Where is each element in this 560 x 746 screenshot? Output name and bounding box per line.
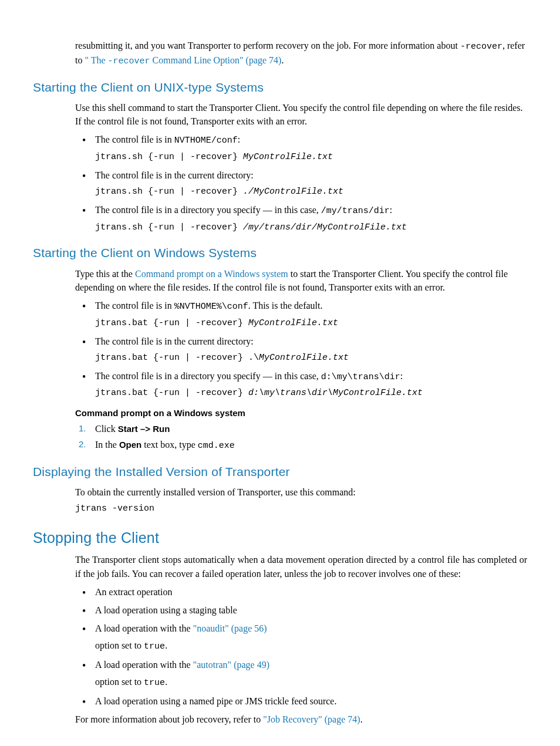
unix-block: Use this shell command to start the Tran… [75, 101, 527, 234]
intro-text-end: . [281, 55, 284, 65]
list-item: The control file is in %NVTHOME%\conf. T… [75, 299, 527, 330]
list-item: The control file is in a directory you s… [75, 369, 527, 400]
cmd-prompt-heading: Command prompt on a Windows system [75, 407, 527, 420]
unix-p1: Use this shell command to start the Tran… [75, 101, 527, 128]
list-item: The control file is in NVTHOME/conf: jtr… [75, 133, 527, 164]
intro-link[interactable]: " The -recover Command Line Option" (pag… [85, 55, 281, 65]
code-block: jtrans.sh {-run | -recover} ./MyControlF… [95, 185, 527, 198]
stop-p1: The Transporter client stops automatical… [75, 553, 527, 580]
win-p1: Type this at the Command prompt on a Win… [75, 267, 527, 294]
step-item: In the Open text box, type cmd.exe [75, 438, 527, 453]
code-block: jtrans.sh {-run | -recover} /my/trans/di… [95, 221, 527, 234]
list-item: The control file is in the current direc… [75, 335, 527, 364]
cmd-steps: Click Start –> Run In the Open text box,… [75, 422, 527, 453]
code-block: jtrans.bat {-run | -recover} .\MyControl… [95, 352, 527, 364]
stop-list: An extract operation A load operation us… [75, 585, 527, 708]
intro-code-recover: -recover [460, 42, 502, 52]
step-item: Click Start –> Run [75, 422, 527, 436]
version-p1: To obtain the currently installed versio… [75, 485, 527, 499]
list-item: The control file is in a directory you s… [75, 203, 527, 234]
win-list: The control file is in %NVTHOME%\conf. T… [75, 299, 527, 400]
windows-block: Type this at the Command prompt on a Win… [75, 267, 527, 453]
list-item: A load operation using a staging table [75, 603, 527, 617]
code-block: jtrans.bat {-run | -recover} d:\my\trans… [95, 387, 527, 400]
intro-paragraph: resubmitting it, and you want Transporte… [75, 39, 527, 68]
heading-stopping: Stopping the Client [33, 527, 527, 548]
version-cmd: jtrans -version [75, 502, 527, 515]
intro-text-a: resubmitting it, and you want Transporte… [75, 40, 460, 50]
heading-windows: Starting the Client on Windows Systems [33, 244, 527, 262]
version-block: To obtain the currently installed versio… [75, 485, 527, 515]
list-item: A load operation with the "noaudit" (pag… [75, 622, 527, 653]
list-item: The control file is in the current direc… [75, 168, 527, 198]
noaudit-link[interactable]: "noaudit" (page 56) [193, 623, 267, 633]
code-block: jtrans.sh {-run | -recover} MyControlFil… [95, 151, 527, 164]
stop-p2: For more information about job recovery,… [75, 713, 527, 726]
intro-block: resubmitting it, and you want Transporte… [75, 39, 527, 68]
job-recovery-link[interactable]: "Job Recovery" (page 74) [263, 714, 360, 724]
stopping-block: The Transporter client stops automatical… [75, 553, 527, 726]
list-item: A load operation with the "autotran" (pa… [75, 658, 527, 690]
cmd-prompt-link[interactable]: Command prompt on a Windows system [135, 269, 288, 279]
list-item: An extract operation [75, 585, 527, 599]
heading-unix: Starting the Client on UNIX-type Systems [33, 79, 527, 96]
unix-list: The control file is in NVTHOME/conf: jtr… [75, 133, 527, 234]
autotran-link[interactable]: "autotran" (page 49) [193, 660, 269, 670]
code-block: jtrans.bat {-run | -recover} MyControlFi… [95, 317, 527, 330]
heading-version: Displaying the Installed Version of Tran… [33, 463, 527, 481]
list-item: A load operation using a named pipe or J… [75, 694, 527, 708]
